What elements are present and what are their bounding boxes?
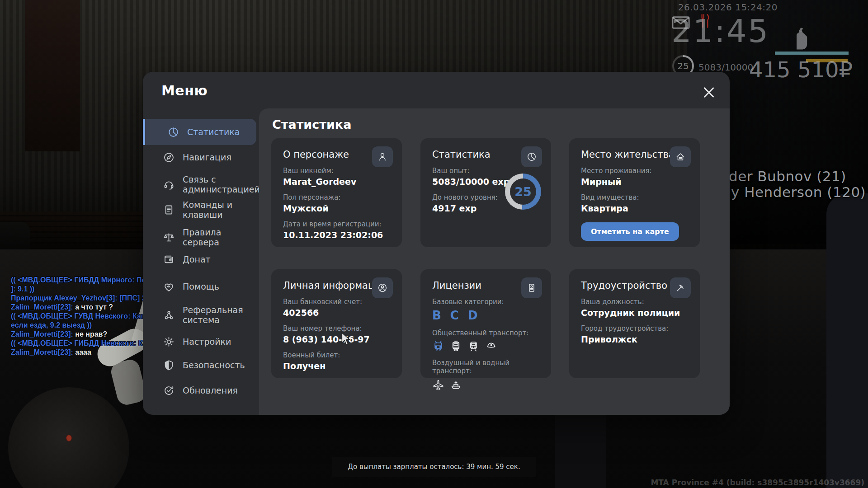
card-licenses: Лицензии Базовые категории: BCD Обществе… <box>420 269 551 378</box>
field-phone-number: Ваш номер телефона: 8 (963) 140-76-97 <box>283 324 390 344</box>
player-nametag: der Bubnov (21) <box>729 168 846 184</box>
field-gender: Пол персонажа: Мужской <box>283 193 390 213</box>
hud-money: 415 510₽ <box>749 57 853 82</box>
license-card-icon <box>521 277 542 298</box>
statistics-page: Статистика О персонаже Ваш никнейм: Mara… <box>259 108 730 415</box>
ship-icon <box>450 378 462 390</box>
sidebar-item-rules[interactable]: Правила сервера <box>143 227 254 248</box>
game-screen: der Bubnov (21) y Henderson (120) 26.03.… <box>0 0 868 488</box>
fist-icon <box>790 23 813 54</box>
sidebar-item-label: Настройки <box>183 337 231 347</box>
pie-chart-icon <box>521 146 542 167</box>
hud-clock: 21:45 <box>671 13 769 50</box>
card-character: О персонаже Ваш никнейм: Marat_Gordeev П… <box>271 138 402 247</box>
scales-icon <box>163 231 175 244</box>
field-job-title: Ваша должность: Сотрудник полиции <box>581 298 688 318</box>
field-job-city: Город трудоустройства: Приволжск <box>581 324 688 344</box>
field-registration: Дата и время регистрации: 10.11.2023 23:… <box>283 220 390 240</box>
card-statistics: Статистика Ваш опыт: 5083/10000 exp До н… <box>420 138 551 247</box>
menu-title: Меню <box>161 83 208 99</box>
sidebar-item-help[interactable]: Помощь <box>143 281 254 293</box>
driver-cap-icon <box>485 340 497 352</box>
build-watermark: MTA Province #4 (build: s3895c3895r1403v… <box>651 478 864 487</box>
field-military-id: Военный билет: Получен <box>283 351 390 371</box>
mouse-cursor <box>340 332 352 347</box>
level-progress-ring: 25 <box>505 174 541 210</box>
field-public-transport: Общественный транспорт: <box>432 329 539 352</box>
house-icon <box>670 146 691 167</box>
wallet-icon <box>163 253 175 266</box>
handshake-heart-icon <box>163 281 175 293</box>
headset-icon <box>163 178 175 191</box>
sidebar-item-label: Донат <box>183 254 211 264</box>
field-air-water-transport: Воздушный и водный транспорт: <box>432 359 539 390</box>
level-value: 25 <box>510 178 536 205</box>
pie-chart-icon <box>167 126 179 138</box>
sidebar-item-admin-contact[interactable]: Связь с администрацией <box>143 174 254 195</box>
metro-icon <box>467 340 480 352</box>
salary-timer: До выплаты зарплаты осталось: 39 мин. 59… <box>332 457 536 477</box>
sidebar-item-label: Связь с администрацией <box>183 174 260 195</box>
field-nickname: Ваш никнейм: Marat_Gordeev <box>283 167 390 187</box>
field-property-type: Вид имущества: Квартира <box>581 193 688 213</box>
sidebar-item-label: Безопасность <box>183 360 245 370</box>
sidebar-item-referral[interactable]: Реферальная система <box>143 305 254 325</box>
tram-icon <box>450 340 462 352</box>
card-personal-info: Личная информация Ваш банковский счет: 4… <box>271 269 402 378</box>
field-base-categories: Базовые категории: BCD <box>432 298 539 322</box>
player-nametag: y Henderson (120) <box>731 184 866 200</box>
field-bank-account: Ваш банковский счет: 402566 <box>283 298 390 318</box>
sidebar-item-statistics[interactable]: Статистика <box>143 119 256 145</box>
card-employment: Трудоустройство Ваша должность: Сотрудни… <box>569 269 700 378</box>
sidebar-item-settings[interactable]: Настройки <box>143 336 254 348</box>
hud-datetime: 26.03.2026 15:24:20 <box>678 2 778 13</box>
sidebar-item-commands[interactable]: Команды и клавиши <box>143 200 254 220</box>
sidebar-item-security[interactable]: Безопасность <box>143 359 254 371</box>
sidebar-item-label: Статистика <box>187 127 240 137</box>
sidebar-item-donate[interactable]: Донат <box>143 253 254 266</box>
shield-icon <box>163 359 175 371</box>
update-check-icon <box>163 385 175 397</box>
compass-icon <box>163 151 175 164</box>
license-categories: BCD <box>432 309 539 322</box>
sidebar-item-label: Команды и клавиши <box>183 200 254 220</box>
minimap-player-marker <box>66 435 72 441</box>
close-icon[interactable] <box>701 84 717 101</box>
page-title: Статистика <box>272 117 351 131</box>
sidebar-item-navigation[interactable]: Навигация <box>143 151 254 164</box>
mark-on-map-button[interactable]: Отметить на карте <box>581 222 679 241</box>
pickaxe-icon <box>670 277 691 298</box>
sidebar-item-label: Помощь <box>183 282 219 291</box>
field-residence-city: Место проживания: Мирный <box>581 167 688 187</box>
plane-icon <box>432 378 444 390</box>
menu-panel: Меню Статистика Навигация Связь с админи… <box>143 72 730 415</box>
sidebar-item-label: Навигация <box>183 152 231 162</box>
hud-exp-counter: 5083/10000 <box>698 62 753 73</box>
network-icon <box>163 309 175 321</box>
sidebar-item-label: Правила сервера <box>183 227 254 248</box>
health-bar <box>775 52 849 55</box>
person-icon <box>372 146 393 167</box>
card-residence: Место жительства Место проживания: Мирны… <box>569 138 700 247</box>
trolleybus-icon <box>432 340 444 352</box>
sidebar-item-label: Обновления <box>183 385 238 395</box>
scene-character <box>826 193 868 488</box>
gear-icon <box>163 336 175 348</box>
person-circle-icon <box>372 277 393 298</box>
commands-doc-icon <box>163 204 175 216</box>
sidebar-item-label: Реферальная система <box>183 305 254 325</box>
sidebar-item-updates[interactable]: Обновления <box>143 385 254 397</box>
